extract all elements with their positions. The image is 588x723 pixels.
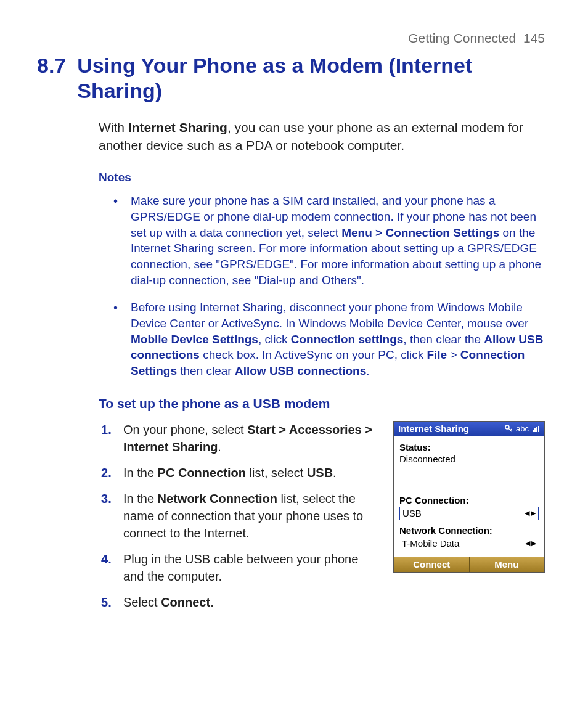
svg-rect-4 [534, 428, 536, 432]
intro-paragraph: With Internet Sharing, you can use your … [99, 119, 545, 155]
pc-connection-value: USB [402, 508, 422, 518]
input-mode-indicator: abc [516, 424, 529, 433]
step-item: In the PC Connection list, select USB. [99, 464, 377, 481]
status-value: Disconnected [399, 454, 539, 464]
network-connection-value: T-Mobile Data [402, 538, 459, 549]
pc-connection-label: PC Connection: [399, 495, 539, 505]
picker-arrows: ◀ ▶ [525, 509, 536, 517]
running-head: Getting Connected 145 [37, 31, 545, 46]
arrow-left-icon: ◀ [525, 509, 529, 517]
network-connection-label: Network Connection: [399, 525, 539, 536]
softkey-connect[interactable]: Connect [394, 557, 469, 572]
status-label: Status: [399, 442, 539, 452]
svg-rect-3 [533, 430, 534, 432]
svg-rect-6 [538, 426, 539, 432]
chapter-name: Getting Connected [408, 31, 516, 45]
procedure-row: On your phone, select Start > Accessorie… [99, 421, 545, 619]
phone-screenshot: Internet Sharing abc Status: Disconnecte… [393, 421, 545, 573]
step-item: Plug in the USB cable between your phone… [99, 550, 377, 585]
spacer [399, 464, 539, 494]
network-connection-picker[interactable]: T-Mobile Data ◀ ▶ [399, 537, 539, 550]
step-item: Select Connect. [99, 594, 377, 611]
svg-rect-5 [536, 427, 537, 432]
softkey-bar: Connect Menu [394, 557, 544, 572]
manual-page: Getting Connected 145 8.7 Using Your Pho… [0, 0, 588, 723]
note-item: Before using Internet Sharing, disconnec… [105, 300, 545, 379]
notes-heading: Notes [99, 171, 545, 184]
note-item: Make sure your phone has a SIM card inst… [105, 193, 545, 288]
pc-connection-picker[interactable]: USB ◀ ▶ [399, 507, 539, 520]
notes-list: Make sure your phone has a SIM card inst… [105, 193, 545, 379]
page-number: 145 [523, 31, 545, 45]
arrow-right-icon: ▶ [531, 509, 536, 517]
steps-list: On your phone, select Start > Accessorie… [99, 421, 377, 619]
titlebar-icons: abc [505, 424, 540, 433]
phone-body: Status: Disconnected PC Connection: USB … [394, 436, 544, 557]
signal-icon [533, 425, 540, 432]
step-item: In the Network Connection list, select t… [99, 490, 377, 542]
key-icon [505, 425, 512, 432]
section-heading: 8.7 Using Your Phone as a Modem (Interne… [37, 53, 545, 104]
arrow-right-icon: ▶ [531, 539, 536, 547]
procedure-heading: To set up the phone as a USB modem [99, 396, 545, 411]
picker-arrows: ◀ ▶ [525, 539, 536, 547]
step-item: On your phone, select Start > Accessorie… [99, 421, 377, 455]
phone-title: Internet Sharing [398, 423, 469, 434]
svg-line-2 [510, 429, 512, 430]
section-title-text: Using Your Phone as a Modem (Internet Sh… [77, 53, 545, 104]
softkey-menu[interactable]: Menu [469, 557, 544, 572]
section-number: 8.7 [37, 53, 66, 104]
phone-titlebar: Internet Sharing abc [394, 422, 544, 436]
arrow-left-icon: ◀ [525, 539, 530, 547]
